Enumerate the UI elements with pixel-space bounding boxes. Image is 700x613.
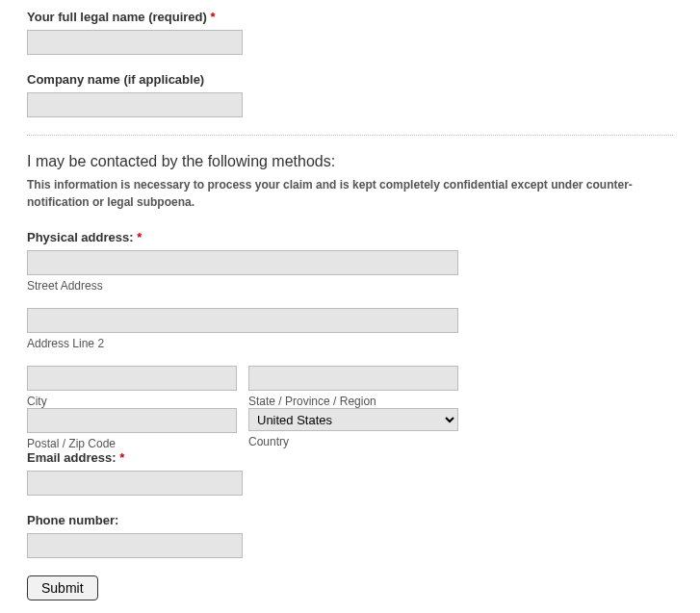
phone-group: Phone number:: [27, 513, 673, 558]
submit-button[interactable]: Submit: [27, 575, 98, 600]
full-name-group: Your full legal name (required) *: [27, 10, 673, 55]
company-name-input[interactable]: [27, 92, 243, 117]
full-name-label: Your full legal name (required) *: [27, 10, 673, 24]
contact-methods-note: This information is necessary to process…: [27, 176, 673, 211]
postal-input[interactable]: [27, 408, 237, 433]
email-label: Email address: *: [27, 450, 673, 465]
city-sublabel: City: [27, 395, 237, 408]
country-sublabel: Country: [248, 435, 458, 448]
address-line2-sublabel: Address Line 2: [27, 337, 673, 350]
physical-address-label-text: Physical address:: [27, 230, 134, 244]
required-marker: *: [210, 10, 215, 24]
address-line2-group: Address Line 2: [27, 308, 673, 350]
email-input[interactable]: [27, 471, 243, 496]
state-col: State / Province / Region: [248, 366, 458, 408]
postal-col: Postal / Zip Code: [27, 408, 237, 450]
required-marker: *: [137, 230, 142, 244]
street-address-sublabel: Street Address: [27, 279, 673, 293]
city-input[interactable]: [27, 366, 237, 391]
email-group: Email address: *: [27, 450, 673, 496]
required-marker: *: [119, 450, 124, 465]
state-input[interactable]: [248, 366, 458, 391]
street-address-input[interactable]: [27, 250, 458, 275]
physical-address-label: Physical address: *: [27, 230, 673, 244]
postal-country-row: Postal / Zip Code United States Country: [27, 408, 673, 450]
section-divider: [27, 135, 673, 136]
country-select[interactable]: United States: [248, 408, 458, 431]
city-state-row: City State / Province / Region: [27, 366, 673, 408]
full-name-label-text: Your full legal name (required): [27, 10, 207, 24]
full-name-input[interactable]: [27, 30, 243, 55]
email-label-text: Email address:: [27, 450, 117, 465]
city-col: City: [27, 366, 237, 408]
contact-methods-heading: I may be contacted by the following meth…: [27, 153, 673, 170]
company-name-label: Company name (if applicable): [27, 72, 673, 87]
postal-sublabel: Postal / Zip Code: [27, 437, 237, 450]
country-col: United States Country: [248, 408, 458, 450]
phone-label: Phone number:: [27, 513, 673, 527]
state-sublabel: State / Province / Region: [248, 395, 458, 408]
address-line2-input[interactable]: [27, 308, 458, 333]
phone-input[interactable]: [27, 533, 243, 558]
company-name-group: Company name (if applicable): [27, 72, 673, 117]
physical-address-group: Physical address: * Street Address: [27, 230, 673, 293]
